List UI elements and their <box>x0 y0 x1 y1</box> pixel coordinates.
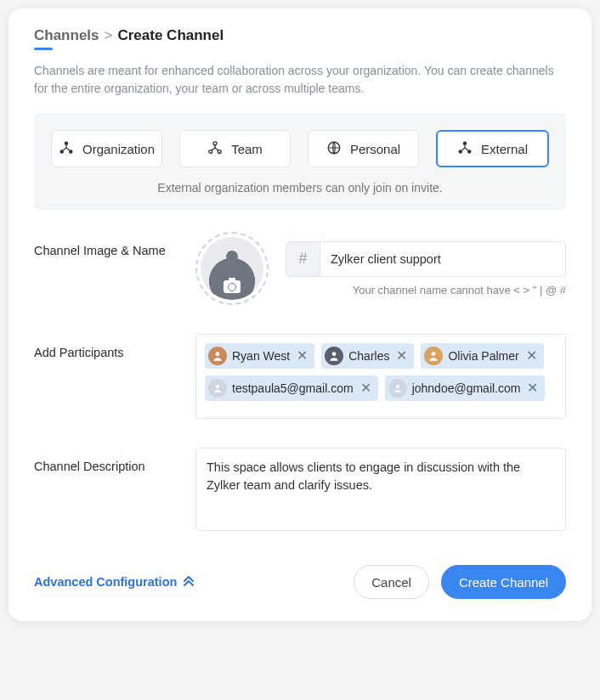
label-description: Channel Description <box>34 448 195 473</box>
hash-prefix-icon: # <box>286 242 320 276</box>
intro-text: Channels are meant for enhanced collabor… <box>34 62 566 98</box>
label-participants: Add Participants <box>34 334 195 359</box>
organization-icon <box>59 140 74 158</box>
avatar <box>208 347 227 365</box>
channel-description-input[interactable] <box>195 448 566 531</box>
create-channel-dialog: Channels > Create Channel Channels are m… <box>8 8 592 621</box>
participant-chip: Charles✕ <box>321 343 414 369</box>
participant-chip: Ryan West✕ <box>205 343 314 369</box>
channel-type-label: Organization <box>82 142 155 156</box>
avatar <box>424 347 443 365</box>
participant-chip: johndoe@gmail.com✕ <box>385 375 546 401</box>
avatar <box>325 347 343 365</box>
breadcrumb-current: Create Channel <box>117 27 224 44</box>
svg-point-0 <box>65 141 69 145</box>
channel-image-uploader[interactable] <box>195 232 269 305</box>
svg-point-11 <box>332 352 337 356</box>
participant-name: Ryan West <box>232 349 290 363</box>
remove-participant-icon[interactable]: ✕ <box>359 381 373 395</box>
user-icon <box>388 379 407 398</box>
svg-point-12 <box>432 352 436 356</box>
remove-participant-icon[interactable]: ✕ <box>525 381 540 395</box>
advanced-configuration-link[interactable]: Advanced Configuration <box>34 574 195 590</box>
chevron-up-double-icon <box>182 574 195 590</box>
channel-type-personal[interactable]: Personal <box>308 130 419 167</box>
participant-name: johndoe@gmail.com <box>412 381 521 395</box>
svg-point-10 <box>216 352 220 356</box>
remove-participant-icon[interactable]: ✕ <box>295 349 309 363</box>
team-icon <box>207 140 223 158</box>
channel-type-label: Personal <box>350 142 400 156</box>
external-icon <box>457 140 473 158</box>
participant-chip: testpaula5@gmail.com✕ <box>205 375 378 401</box>
participants-input[interactable]: Ryan West✕Charles✕Olivia Palmer✕testpaul… <box>195 334 566 419</box>
user-icon <box>208 379 227 398</box>
remove-participant-icon[interactable]: ✕ <box>394 349 409 363</box>
channel-type-organization[interactable]: Organization <box>51 130 162 167</box>
create-channel-button[interactable]: Create Channel <box>441 565 566 599</box>
cancel-button[interactable]: Cancel <box>354 565 429 599</box>
channel-name-helper: Your channel name cannot have < > " | @ … <box>286 284 566 296</box>
svg-point-3 <box>213 141 217 144</box>
svg-point-14 <box>396 385 399 388</box>
breadcrumb: Channels > Create Channel <box>34 27 566 44</box>
breadcrumb-separator: > <box>105 27 113 44</box>
svg-point-13 <box>216 385 219 388</box>
participant-chip: Olivia Palmer✕ <box>421 343 543 369</box>
svg-point-5 <box>218 150 221 153</box>
svg-point-4 <box>209 150 212 153</box>
channel-type-external[interactable]: External <box>436 130 549 167</box>
channel-type-label: External <box>481 142 528 156</box>
participant-name: Olivia Palmer <box>448 349 518 363</box>
remove-participant-icon[interactable]: ✕ <box>524 349 539 363</box>
channel-type-note: External organization members can only j… <box>51 181 549 195</box>
channel-type-label: Team <box>231 142 263 156</box>
channel-type-selector: OrganizationTeamPersonalExternal Externa… <box>34 113 566 210</box>
participant-name: testpaula5@gmail.com <box>232 381 354 395</box>
channel-type-team[interactable]: Team <box>179 130 291 167</box>
channel-name-input[interactable] <box>320 252 565 266</box>
breadcrumb-parent[interactable]: Channels <box>34 27 99 44</box>
svg-point-7 <box>463 141 467 145</box>
advanced-link-label: Advanced Configuration <box>34 575 177 589</box>
title-underline <box>34 48 53 50</box>
camera-icon <box>224 280 241 293</box>
label-image-name: Channel Image & Name <box>34 232 195 257</box>
personal-icon <box>326 140 342 158</box>
participant-name: Charles <box>348 349 389 363</box>
